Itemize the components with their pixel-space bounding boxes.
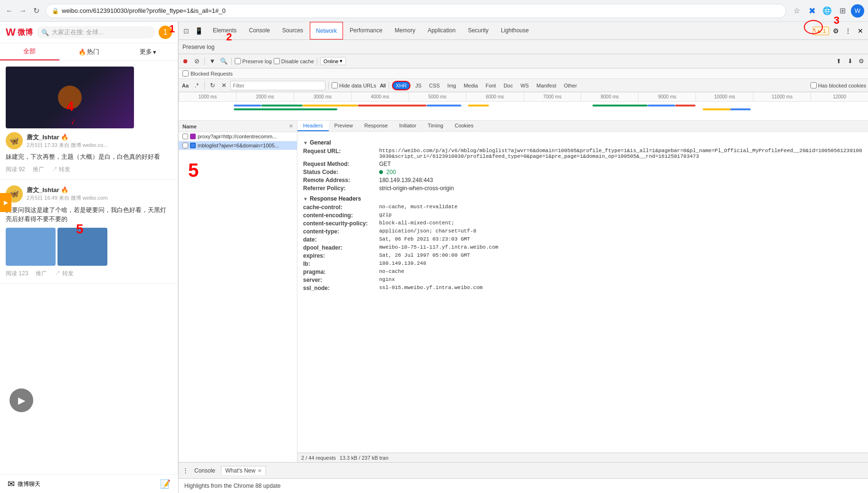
close-filter-btn[interactable]: ✕ bbox=[219, 81, 229, 90]
post2-share[interactable]: ↗ 转发 bbox=[55, 270, 73, 278]
devtools-close-button[interactable]: ✕ bbox=[855, 25, 866, 37]
filter-manifest[interactable]: Manifest bbox=[534, 81, 559, 90]
font-size-btn[interactable]: Aa bbox=[181, 81, 190, 90]
settings-cog-button[interactable]: ⚙ bbox=[857, 57, 866, 66]
filter-img[interactable]: Img bbox=[445, 81, 459, 90]
nav-hot[interactable]: 🔥 热门 bbox=[59, 43, 119, 60]
play-button[interactable]: ▶ bbox=[10, 388, 33, 412]
notification-button[interactable]: 1 bbox=[159, 26, 172, 39]
nav-more[interactable]: 更多 ▾ bbox=[118, 43, 178, 60]
blocked-requests-checkbox[interactable] bbox=[182, 70, 189, 77]
reload-button[interactable]: ↻ bbox=[30, 5, 42, 17]
post1-promote[interactable]: 推广 bbox=[33, 165, 44, 174]
compose-icon: 📝 bbox=[160, 479, 171, 489]
extensions-button[interactable]: ✖ bbox=[805, 4, 819, 18]
filter-doc[interactable]: Doc bbox=[501, 81, 516, 90]
address-bar[interactable]: 🔒 weibo.com/6123910030/profile?profile_f… bbox=[46, 4, 786, 18]
online-select[interactable]: Online ▾ bbox=[320, 57, 346, 65]
profile-button[interactable]: W bbox=[851, 4, 864, 18]
details-tab-response[interactable]: Response bbox=[359, 121, 394, 131]
nav-all[interactable]: 全部 bbox=[0, 43, 59, 60]
url-text: weibo.com/6123910030/profile?profile_fty… bbox=[62, 7, 226, 14]
filter-media[interactable]: Media bbox=[461, 81, 481, 90]
whats-new-tab[interactable]: What's New ✕ bbox=[221, 466, 266, 475]
record-button[interactable]: ⏺ bbox=[181, 57, 190, 66]
request-count: 2 / 44 requests bbox=[301, 455, 336, 461]
device-toolbar-button[interactable]: 📱 bbox=[193, 25, 204, 37]
filter-ws[interactable]: WS bbox=[517, 81, 532, 90]
details-tab-cookies[interactable]: Cookies bbox=[449, 121, 479, 131]
tab-elements[interactable]: Elements bbox=[207, 22, 242, 39]
post2-promote[interactable]: 推广 bbox=[36, 270, 47, 278]
clear-button[interactable]: ⊘ bbox=[192, 57, 201, 66]
tab-console[interactable]: Console bbox=[243, 22, 276, 39]
post1-share[interactable]: ↗ 转发 bbox=[52, 165, 70, 174]
response-headers-title[interactable]: Response Headers bbox=[303, 195, 862, 202]
filter-other[interactable]: Other bbox=[561, 81, 580, 90]
export-har-button[interactable]: ⬇ bbox=[845, 57, 855, 66]
search-button[interactable]: 🔍 bbox=[219, 57, 229, 66]
extensions2-button[interactable]: ⊞ bbox=[836, 4, 849, 18]
bottom-menu-button[interactable]: ⋮ bbox=[182, 467, 189, 474]
details-tab-timing[interactable]: Timing bbox=[422, 121, 449, 131]
details-tab-initiator[interactable]: Initiator bbox=[393, 121, 422, 131]
details-tab-headers[interactable]: Headers bbox=[297, 121, 329, 131]
tab-sources[interactable]: Sources bbox=[277, 22, 309, 39]
tab-security[interactable]: Security bbox=[462, 22, 494, 39]
hide-urls-label[interactable]: Hide data URLs bbox=[332, 82, 376, 88]
weibo-search-bar[interactable]: 🔍 大家正在搜: 全球... bbox=[37, 26, 155, 39]
post2-meta: 唐文_Ishtar 🔥 2月5日 16:49 来自 微博 weibo.com bbox=[27, 186, 172, 202]
tab-lighthouse[interactable]: Lighthouse bbox=[495, 22, 534, 39]
hide-urls-checkbox[interactable] bbox=[332, 82, 338, 88]
disable-cache-checkbox[interactable]: Disable cache bbox=[274, 58, 314, 64]
devtools-more-button[interactable]: ⋮ bbox=[842, 25, 854, 37]
resp-header-val-4: Sat, 06 Feb 2021 03:23:03 GMT bbox=[379, 236, 862, 243]
back-button[interactable]: ← bbox=[4, 5, 15, 17]
filter-input[interactable] bbox=[230, 81, 325, 90]
tab-application[interactable]: Application bbox=[422, 22, 461, 39]
request-item-1[interactable]: proxy?api=http://contentrecomm... bbox=[179, 132, 297, 141]
request-item-2[interactable]: mbloglist?ajwvr=6&domain=1005... bbox=[179, 141, 297, 150]
filter-xhr[interactable]: XHR bbox=[392, 81, 410, 90]
preserve-log-checkbox[interactable]: Preserve log bbox=[235, 58, 272, 64]
refresh-btn[interactable]: ↻ bbox=[208, 81, 217, 90]
whats-new-close[interactable]: ✕ bbox=[258, 468, 262, 474]
filter-font[interactable]: Font bbox=[483, 81, 499, 90]
timeline-bar-7 bbox=[592, 105, 648, 106]
tab-memory[interactable]: Memory bbox=[389, 22, 421, 39]
tab-performance[interactable]: Performance bbox=[344, 22, 388, 39]
response-header-row-1: content-encoding:gzip bbox=[303, 212, 862, 219]
translate-button[interactable]: 🌐 bbox=[820, 4, 834, 18]
filter-css[interactable]: CSS bbox=[426, 81, 443, 90]
weibo-post-2: 🦋 唐文_Ishtar 🔥 2月5日 16:49 来自 微博 weibo.com… bbox=[0, 180, 178, 284]
disable-cache-input[interactable] bbox=[274, 58, 280, 64]
timeline-bar-4 bbox=[358, 105, 427, 106]
general-section-title[interactable]: General bbox=[303, 139, 862, 146]
req1-checkbox[interactable] bbox=[182, 134, 188, 139]
response-header-row-9: server:nginx bbox=[303, 277, 862, 283]
lock-icon: 🔒 bbox=[52, 8, 59, 14]
console-tab[interactable]: Console bbox=[191, 466, 219, 475]
inspect-element-button[interactable]: ⊡ bbox=[181, 25, 192, 37]
devtools-settings-button[interactable]: ⚙ bbox=[830, 25, 841, 37]
preserve-log-input[interactable] bbox=[235, 58, 241, 64]
has-blocked-label[interactable]: Has blocked cookies bbox=[811, 82, 866, 88]
bookmark-button[interactable]: ☆ bbox=[790, 4, 803, 18]
filter-js[interactable]: JS bbox=[412, 81, 424, 90]
requests-close[interactable]: ✕ bbox=[289, 123, 293, 129]
resp-header-key-3: content-type: bbox=[303, 228, 379, 235]
tick-8: 8000 ms bbox=[581, 92, 638, 101]
req2-checkbox[interactable] bbox=[182, 143, 188, 148]
has-blocked-checkbox[interactable] bbox=[811, 82, 817, 88]
weibo-chat-button[interactable]: ✉ 微博聊天 bbox=[8, 479, 40, 489]
tab-network[interactable]: Network bbox=[310, 22, 343, 39]
weibo-compose-button[interactable]: 📝 bbox=[160, 479, 171, 489]
req1-icon bbox=[190, 134, 196, 139]
expand-button[interactable]: ▶ bbox=[0, 193, 11, 212]
forward-button[interactable]: → bbox=[17, 5, 29, 17]
regex-btn[interactable]: .* bbox=[192, 81, 201, 90]
import-har-button[interactable]: ⬆ bbox=[834, 57, 843, 66]
details-tab-preview[interactable]: Preview bbox=[329, 121, 359, 131]
resp-header-key-9: server: bbox=[303, 277, 379, 283]
filter-button[interactable]: ▼ bbox=[208, 57, 217, 66]
